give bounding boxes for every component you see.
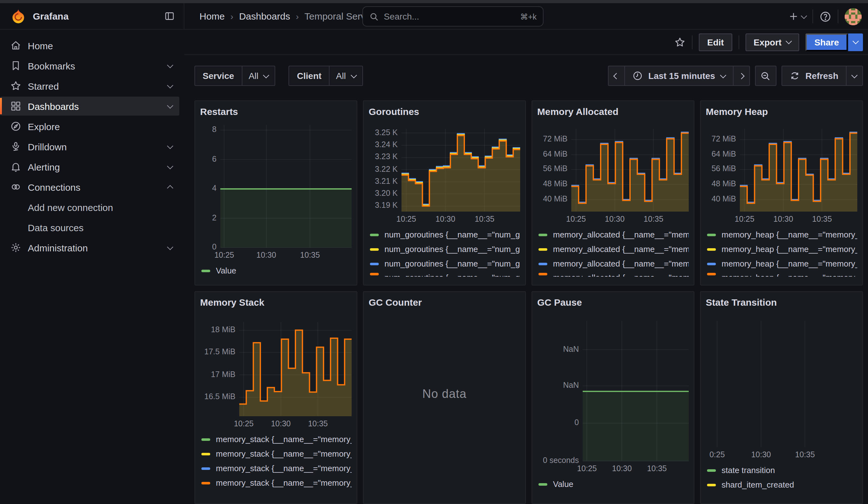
y-tick-label: 17.5 MiB: [204, 347, 236, 356]
y-tick-label: 16.5 MiB: [204, 392, 236, 401]
time-range-picker[interactable]: Last 15 minutes: [625, 66, 734, 85]
chart-plot[interactable]: [740, 129, 857, 212]
chevron-down-icon[interactable]: [167, 62, 173, 68]
sidebar-item-add-new-connection[interactable]: Add new connection: [0, 198, 179, 217]
sidebar-item-home[interactable]: Home: [0, 36, 179, 55]
star-dashboard-button[interactable]: [674, 36, 686, 48]
legend-item[interactable]: num_goroutines {__name__="num_go: [370, 271, 520, 277]
add-new-button[interactable]: [788, 11, 806, 21]
chart-plot[interactable]: [706, 321, 857, 447]
export-button[interactable]: Export: [745, 33, 799, 51]
chevron-down-icon[interactable]: [167, 142, 173, 149]
chevron-down-icon[interactable]: [167, 82, 173, 88]
legend-item[interactable]: Value: [202, 263, 352, 278]
user-avatar[interactable]: [845, 8, 862, 25]
legend-item[interactable]: memory_heap {__name__="memory_h: [707, 227, 857, 242]
panel-title[interactable]: Memory Allocated: [537, 106, 689, 119]
sidebar-item-data-sources[interactable]: Data sources: [0, 218, 179, 237]
chart-area: 3.25 K3.24 K3.23 K3.22 K3.21 K3.20 K3.19…: [369, 129, 520, 277]
panel-grid: Restarts8642010:2510:3010:35ValueGorouti…: [194, 101, 863, 504]
sidebar-item-drilldown[interactable]: Drilldown: [0, 137, 179, 156]
legend-item[interactable]: shard_item_created: [707, 477, 857, 492]
search-box[interactable]: ⌘+k: [362, 6, 544, 27]
divider: [738, 35, 739, 49]
panel-title[interactable]: State Transition: [706, 297, 857, 309]
filter-value-dropdown[interactable]: All: [330, 66, 362, 85]
y-axis: 72 MiB64 MiB56 MiB48 MiB40 MiB: [537, 129, 571, 212]
sidebar-item-administration[interactable]: Administration: [0, 238, 179, 257]
legend-label: memory_allocated {__name__="memo: [553, 273, 689, 277]
chart-plot[interactable]: [571, 129, 689, 212]
refresh-interval-button[interactable]: [847, 66, 862, 85]
legend-item[interactable]: memory_allocated {__name__="memo: [538, 227, 689, 242]
panel-title[interactable]: GC Pause: [537, 297, 689, 309]
chart-area: 18 MiB17.5 MiB17 MiB16.5 MiB10:2510:3010…: [200, 322, 352, 490]
legend-item[interactable]: memory_heap {__name__="memory_h: [707, 256, 857, 271]
legend-item[interactable]: memory_allocated {__name__="memo: [538, 242, 689, 256]
time-shift-forward-button[interactable]: [734, 66, 749, 85]
edit-button[interactable]: Edit: [699, 33, 732, 51]
breadcrumb-item[interactable]: Home: [199, 11, 225, 21]
legend-item[interactable]: memory_stack {__name__="memory_s: [202, 461, 352, 475]
dock-sidebar-icon[interactable]: [164, 11, 175, 21]
chart-plot[interactable]: [583, 321, 689, 461]
sidebar-item-label: Bookmarks: [28, 60, 161, 71]
search-input[interactable]: [384, 11, 520, 21]
sidebar-item-explore[interactable]: Explore: [0, 117, 179, 136]
chevron-up-icon[interactable]: [167, 185, 173, 191]
share-options-button[interactable]: [848, 33, 863, 51]
legend-item[interactable]: memory_heap {__name__="memory_h: [707, 242, 857, 256]
plus-icon: [788, 11, 798, 21]
filter-service: ServiceAll: [194, 66, 276, 86]
legend-item[interactable]: num_goroutines {__name__="num_go: [370, 256, 520, 271]
share-button[interactable]: Share: [806, 33, 848, 51]
legend-label: memory_allocated {__name__="memo: [553, 230, 689, 239]
y-tick-label: 6: [212, 154, 217, 163]
sidebar-item-starred[interactable]: Starred: [0, 76, 179, 95]
legend-item[interactable]: num_goroutines {__name__="num_go: [370, 227, 520, 242]
legend-item[interactable]: memory_allocated {__name__="memo: [538, 256, 689, 271]
sidebar-item-bookmarks[interactable]: Bookmarks: [0, 56, 179, 75]
panel-title[interactable]: Goroutines: [369, 106, 520, 119]
legend: Value: [537, 477, 689, 491]
chart-plot[interactable]: [239, 322, 352, 416]
panel-title[interactable]: Restarts: [200, 106, 352, 119]
gear-icon: [10, 242, 21, 253]
chevron-down-icon[interactable]: [167, 102, 173, 108]
divider: [692, 35, 693, 49]
panel-title[interactable]: Memory Heap: [706, 106, 857, 119]
sidebar-item-alerting[interactable]: Alerting: [0, 157, 179, 176]
legend-item[interactable]: Value: [538, 477, 689, 491]
time-shift-back-button[interactable]: [609, 66, 625, 85]
legend-item[interactable]: memory_stack {__name__="memory_s: [202, 432, 352, 446]
legend-item[interactable]: memory_allocated {__name__="memo: [538, 271, 689, 277]
legend-item[interactable]: memory_stack {__name__="memory_s: [202, 475, 352, 490]
y-tick-label: 2: [212, 213, 217, 222]
sidebar-item-connections[interactable]: Connections: [0, 177, 179, 196]
drilldown-icon: [10, 141, 21, 152]
legend-item[interactable]: state transition: [707, 463, 857, 477]
clock-icon: [632, 71, 643, 81]
y-tick-label: 4: [212, 184, 217, 193]
chart-plot[interactable]: [220, 125, 352, 248]
chart-plot[interactable]: [402, 129, 520, 212]
sidebar-item-dashboards[interactable]: Dashboards: [0, 96, 179, 116]
legend-item[interactable]: memory_heap {__name__="memory_h: [707, 271, 857, 277]
main-content: Edit Export Share ServiceAllClientAll: [184, 30, 868, 504]
y-tick-label: 18 MiB: [211, 325, 236, 334]
help-button[interactable]: [819, 10, 831, 22]
legend-item[interactable]: num_goroutines {__name__="num_go: [370, 242, 520, 256]
chevron-down-icon[interactable]: [167, 163, 173, 169]
refresh-button[interactable]: Refresh: [782, 66, 847, 85]
legend-label: state transition: [722, 465, 775, 475]
filter-value-dropdown[interactable]: All: [242, 66, 275, 85]
panel-title[interactable]: GC Counter: [369, 297, 520, 309]
legend-swatch: [370, 263, 379, 265]
chevron-down-icon[interactable]: [167, 244, 173, 250]
chart-row: 3.25 K3.24 K3.23 K3.22 K3.21 K3.20 K3.19…: [369, 129, 520, 212]
panel-title[interactable]: Memory Stack: [200, 297, 352, 309]
breadcrumb-item[interactable]: Dashboards: [239, 11, 290, 21]
zoom-out-button[interactable]: [755, 66, 776, 86]
legend-item[interactable]: memory_stack {__name__="memory_s: [202, 446, 352, 461]
legend-swatch: [538, 263, 547, 265]
